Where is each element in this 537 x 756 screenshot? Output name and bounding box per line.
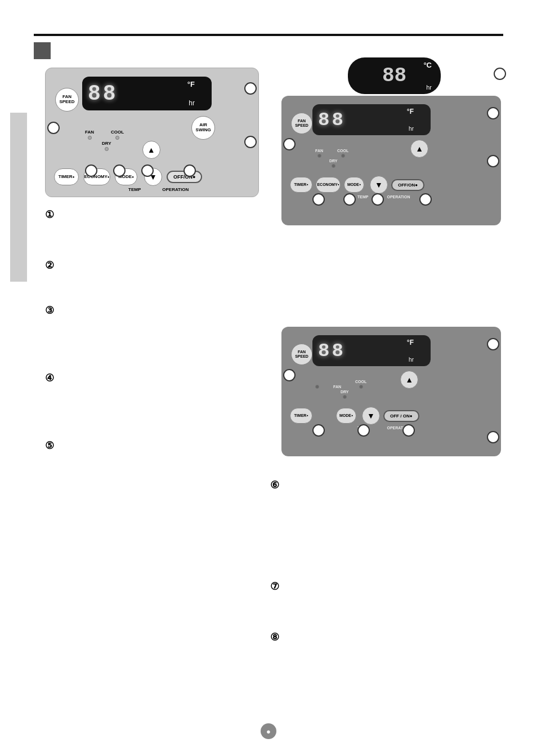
celsius-bubble: 88 °C hr (348, 57, 441, 94)
panel3-unit: °F (407, 339, 414, 346)
panel1-callout-bottom-1 (85, 164, 97, 177)
panel-1: 88 °F hr FAN SPEED FAN COOL AIRSWING DRY (45, 68, 259, 197)
panel2-dry-dot (332, 164, 335, 168)
item8-number: ⑧ (270, 631, 279, 643)
panel2-callout-left (283, 138, 296, 150)
panel3-callout-b2 (357, 424, 370, 437)
panel1-fan-dot (88, 136, 92, 140)
panel3-digits: 88 (312, 337, 351, 365)
panel2-callout-b4 (419, 193, 432, 206)
panel3-fan-speed-button[interactable]: FAN SPEED (291, 344, 312, 365)
panel1-temp-label: TEMP (128, 187, 141, 192)
panel3-mode-button[interactable]: MODE● (336, 408, 356, 424)
item1-number: ① (45, 208, 54, 221)
panel1-dry-indicator-group: DRY (102, 141, 111, 151)
panel1-up-button[interactable]: ▲ (142, 141, 160, 159)
panel2-fan-dot (317, 154, 321, 158)
panel2-timer-button[interactable]: TIMER● (290, 177, 312, 193)
panel2-down-button[interactable]: ▼ (370, 176, 388, 194)
panel1-callout-right-middle (244, 136, 257, 148)
panel3-offon-button[interactable]: OFF / ON● (383, 410, 419, 422)
section-tab (34, 42, 51, 59)
panel1-callout-bottom-4 (184, 164, 196, 177)
panel1-unit: °F (187, 80, 195, 88)
panel-2-inner: 88 °F hr FAN SPEED FAN COOL ▲ DRY (290, 104, 493, 217)
panel1-callout-top-right (244, 82, 257, 95)
panel1-callout-bottom-3 (141, 164, 154, 177)
panel-3-inner: 88 °F hr FAN SPEED FAN COOL ▲ DRY (290, 335, 493, 448)
panel3-hr: hr (409, 357, 414, 363)
panel3-cool-group: COOL (355, 380, 366, 389)
item5-number: ⑤ (45, 439, 54, 452)
panel3-fan-label-group: FAN (333, 385, 341, 389)
panel3-fan-group (315, 385, 319, 389)
panel2-cool-group: COOL (337, 149, 348, 158)
celsius-callout (494, 68, 506, 80)
panel2-up-button[interactable]: ▲ (410, 140, 428, 158)
panel2-fan-speed-button[interactable]: FAN SPEED (291, 113, 312, 134)
panel1-digits: 88 (82, 78, 124, 109)
panel3-down-button[interactable]: ▼ (362, 407, 380, 425)
panel1-cool-dot (115, 136, 119, 140)
panel1-fan-speed-button[interactable]: FAN SPEED (55, 88, 79, 112)
panel2-callout-b3 (372, 193, 384, 206)
celsius-hr: hr (426, 84, 432, 91)
panel1-callout-left-middle (47, 122, 60, 134)
vertical-label (10, 113, 27, 282)
item3-number: ③ (45, 304, 54, 317)
panel2-mode-button[interactable]: MODE● (344, 177, 364, 193)
celsius-unit: °C (423, 61, 432, 69)
panel2-hr: hr (409, 126, 414, 132)
panel2-callout-rm (487, 155, 499, 167)
panel1-fan-indicator-group: FAN (85, 130, 94, 140)
top-bar (34, 34, 503, 36)
panel2-callout-b2 (343, 193, 356, 206)
panel3-callout-rm (487, 431, 499, 443)
panel1-cool-indicator-group: COOL (111, 130, 124, 140)
panel3-fan-dot (315, 385, 319, 389)
panel2-unit: °F (407, 108, 414, 115)
panel3-timer-button[interactable]: TIMER● (290, 408, 312, 424)
panel1-operation-label: OPERATION (162, 187, 189, 192)
panel1-air-swing-button[interactable]: AIRSWING (191, 116, 215, 140)
celsius-digits: 88 (382, 64, 406, 87)
panel1-dry-dot (105, 147, 109, 151)
panel3-callout-tr (487, 338, 499, 350)
item7-number: ⑦ (270, 580, 279, 593)
panel2-cool-dot (341, 154, 345, 158)
panel-1-inner: 88 °F hr FAN SPEED FAN COOL AIRSWING DRY (54, 77, 250, 188)
panel1-hr: hr (189, 99, 195, 107)
item6-number: ⑥ (270, 479, 279, 491)
panel2-callout-b1 (312, 193, 325, 206)
panel3-dry-group: DRY (341, 390, 493, 399)
panel3-up-button[interactable]: ▲ (400, 371, 418, 389)
panel2-dry-group: DRY (329, 159, 338, 168)
panel-3: 88 °F hr FAN SPEED FAN COOL ▲ DRY (281, 327, 501, 456)
panel2-digits: 88 (312, 106, 351, 134)
panel1-timer-button[interactable]: TIMER● (54, 168, 79, 185)
panel2-economy-button[interactable]: ECONOMY● (316, 177, 341, 193)
panel1-callout-bottom-2 (113, 164, 126, 177)
panel2-temp-label: TEMP (357, 195, 368, 199)
item2-number: ② (45, 259, 54, 272)
panel3-cool-dot (359, 385, 363, 389)
item4-number: ④ (45, 372, 54, 384)
panel-2: 88 °F hr FAN SPEED FAN COOL ▲ DRY (281, 96, 501, 225)
page-number: ● (261, 723, 276, 739)
panel2-offon-button[interactable]: OFF/ON● (391, 179, 424, 191)
panel3-callout-b3 (402, 424, 415, 437)
panel3-callout-left (283, 369, 296, 381)
panel2-fan-group: FAN (315, 149, 323, 158)
panel2-callout-tr (487, 107, 499, 119)
panel3-callout-b1 (312, 424, 325, 437)
panel2-operation-label: OPERATION (387, 195, 410, 199)
